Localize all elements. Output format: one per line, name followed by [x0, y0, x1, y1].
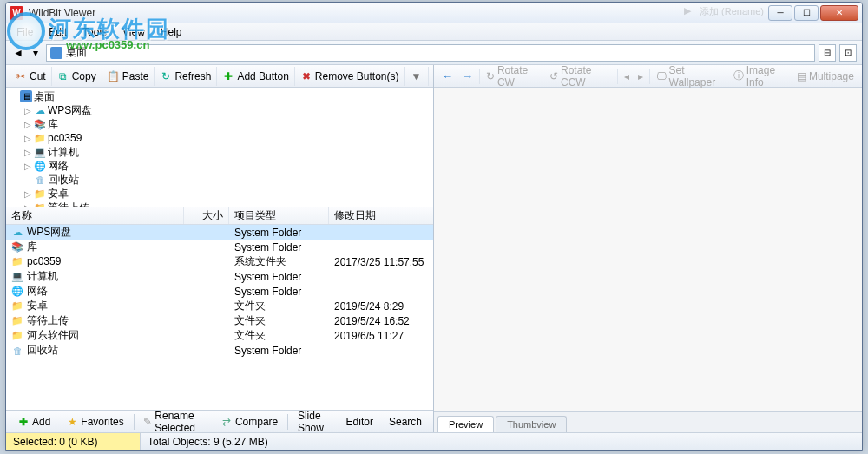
- copy-icon: ⧉: [57, 70, 69, 82]
- funnel-icon: ▼: [411, 70, 423, 82]
- scroll-right-button[interactable]: ▸: [634, 67, 648, 86]
- cut-button[interactable]: ✂Cut: [10, 67, 52, 86]
- preview-tabs: Preview Thumbview: [434, 411, 862, 432]
- search-button[interactable]: Search: [381, 412, 430, 431]
- filter-button[interactable]: ▼: [405, 67, 429, 86]
- favorites-button[interactable]: ★Favorites: [58, 412, 131, 431]
- multipage-button[interactable]: ▤Multipage: [792, 67, 858, 86]
- left-bottom-toolbar: ✚Add ★Favorites ✎Rename Selected ⇄Compar…: [6, 410, 433, 432]
- address-text: 桌面: [66, 45, 87, 60]
- nav-back-icon[interactable]: ◄: [11, 46, 25, 60]
- preview-area: [434, 88, 862, 411]
- status-bar: Selected: 0 (0 KB) Total Objects: 9 (5.2…: [6, 432, 862, 450]
- tree-label: 网络: [48, 159, 69, 174]
- address-field[interactable]: 桌面: [46, 44, 815, 62]
- expand-icon[interactable]: ▷: [23, 161, 32, 171]
- addr-expand-button[interactable]: ⊡: [839, 44, 857, 62]
- list-item[interactable]: 📁安卓文件夹2019/5/24 8:29: [6, 299, 433, 313]
- tree-item[interactable]: ▷📁安卓: [6, 187, 433, 201]
- list-item[interactable]: 🌐网络System Folder: [6, 284, 433, 299]
- scissors-icon: ✂: [15, 70, 27, 82]
- add-button-button[interactable]: ✚Add Button: [217, 67, 294, 86]
- expand-icon[interactable]: ▷: [23, 120, 32, 129]
- paste-button[interactable]: 📋Paste: [102, 67, 155, 86]
- menu-view[interactable]: View: [115, 24, 152, 40]
- expand-icon[interactable]: ▷: [23, 106, 32, 115]
- rotate-ccw-button[interactable]: ↺Rotate CCW: [545, 67, 615, 86]
- tree-label: 库: [48, 117, 58, 132]
- tree-label: WPS网盘: [48, 103, 92, 118]
- fold-icon: 📁: [11, 300, 23, 313]
- right-pane: ← → ↻Rotate CW ↺Rotate CCW ◂ ▸ 🖵Set Wall…: [434, 65, 862, 432]
- col-size[interactable]: 大小: [184, 207, 229, 224]
- col-name[interactable]: 名称: [6, 207, 184, 224]
- tree-label: 安卓: [48, 187, 69, 201]
- tree-item[interactable]: ▷☁WPS网盘: [6, 103, 433, 117]
- lib-icon: 📚: [11, 241, 23, 253]
- list-item[interactable]: 💻计算机System Folder: [6, 269, 433, 284]
- rotate-ccw-icon: ↺: [549, 70, 558, 82]
- tree-item[interactable]: ▷📚库: [6, 117, 433, 131]
- comp-icon: 💻: [34, 146, 46, 158]
- expand-icon[interactable]: ▷: [23, 134, 32, 143]
- tree-item[interactable]: 🖥桌面: [6, 89, 433, 103]
- copy-button[interactable]: ⧉Copy: [52, 67, 102, 86]
- expand-icon[interactable]: ▷: [23, 148, 32, 157]
- compare-button[interactable]: ⇄Compare: [213, 412, 286, 431]
- col-type[interactable]: 项目类型: [229, 207, 329, 224]
- rotate-cw-button[interactable]: ↻Rotate CW: [482, 67, 545, 86]
- list-item[interactable]: 📁pc0359系统文件夹2017/3/25 11:57:55: [6, 254, 433, 269]
- list-item[interactable]: ☁WPS网盘System Folder: [6, 225, 433, 240]
- add-button[interactable]: ✚Add: [10, 412, 58, 431]
- minimize-button[interactable]: ─: [768, 5, 792, 21]
- nav-dropdown-icon[interactable]: ▾: [29, 46, 43, 60]
- menu-help[interactable]: Help: [154, 24, 189, 40]
- list-item[interactable]: 🗑回收站System Folder: [6, 343, 433, 358]
- nav-forward-button[interactable]: →: [457, 67, 477, 86]
- maximize-button[interactable]: ☐: [794, 5, 819, 21]
- nav-back-button[interactable]: ←: [437, 67, 457, 86]
- rename-button[interactable]: ✎Rename Selected: [135, 412, 213, 431]
- scroll-left-button[interactable]: ◂: [620, 67, 634, 86]
- folder-tree[interactable]: 🖥桌面▷☁WPS网盘▷📚库▷📁pc0359▷💻计算机▷🌐网络🗑回收站▷📁安卓▷📁…: [6, 88, 433, 207]
- status-total: Total Objects: 9 (5.27 MB): [141, 433, 279, 450]
- tree-item[interactable]: ▷📁等待上传: [6, 201, 433, 207]
- list-item[interactable]: 📁等待上传文件夹2019/5/24 16:52: [6, 313, 433, 328]
- tab-preview[interactable]: Preview: [437, 416, 494, 432]
- multipage-icon: ▤: [797, 70, 806, 82]
- close-button[interactable]: ✕: [820, 5, 858, 21]
- tree-item[interactable]: ▷💻计算机: [6, 145, 433, 159]
- expand-icon[interactable]: ▷: [23, 189, 32, 199]
- tree-item[interactable]: ▷📁pc0359: [6, 131, 433, 145]
- menu-tools[interactable]: Tools: [76, 24, 114, 40]
- editor-button[interactable]: Editor: [339, 412, 381, 431]
- refresh-icon: ↻: [160, 70, 172, 82]
- trash-icon: 🗑: [34, 174, 46, 186]
- desk-icon: 🖥: [20, 90, 32, 102]
- arrow-right-icon: →: [462, 69, 473, 82]
- arrow-left-icon: ←: [442, 69, 453, 82]
- left-toolbar: ✂Cut ⧉Copy 📋Paste ↻Refresh ✚Add Button ✖…: [6, 65, 433, 88]
- file-list[interactable]: 名称 大小 项目类型 修改日期 ☁WPS网盘System Folder📚库Sys…: [6, 207, 433, 410]
- window-title: WildBit Viewer: [29, 7, 768, 19]
- slideshow-button[interactable]: Slide Show: [290, 412, 339, 431]
- list-header[interactable]: 名称 大小 项目类型 修改日期: [6, 207, 433, 225]
- col-date[interactable]: 修改日期: [329, 207, 424, 224]
- list-item[interactable]: 📚库System Folder: [6, 240, 433, 254]
- menu-file[interactable]: File: [10, 24, 40, 40]
- image-info-button[interactable]: ⓘImage Info: [729, 67, 792, 86]
- set-wallpaper-button[interactable]: 🖵Set Wallpaper: [652, 67, 729, 86]
- refresh-button[interactable]: ↻Refresh: [155, 67, 217, 86]
- remove-buttons-button[interactable]: ✖Remove Button(s): [295, 67, 405, 86]
- menu-edit[interactable]: Edit: [42, 24, 74, 40]
- tree-label: 桌面: [34, 89, 55, 104]
- net-icon: 🌐: [11, 286, 23, 298]
- tab-thumbview[interactable]: Thumbview: [496, 416, 567, 432]
- tree-item[interactable]: ▷🌐网络: [6, 159, 433, 173]
- fold-icon: 📁: [11, 330, 23, 342]
- minus-icon: ✖: [300, 70, 312, 82]
- add-icon: ✚: [17, 416, 30, 428]
- list-item[interactable]: 📁河东软件园文件夹2019/6/5 11:27: [6, 328, 433, 343]
- tree-item[interactable]: 🗑回收站: [6, 173, 433, 187]
- addr-collapse-button[interactable]: ⊟: [819, 44, 836, 62]
